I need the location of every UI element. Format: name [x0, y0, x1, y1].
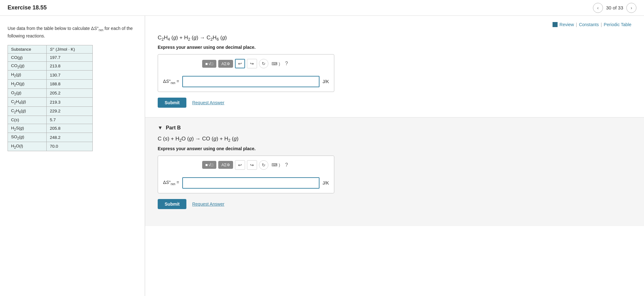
table-row: C(s)5.7	[8, 116, 93, 124]
part-b-symbol-btn[interactable]: ΑΣΦ	[218, 161, 233, 169]
part-b-instruction: Express your answer using one decimal pl…	[158, 146, 631, 151]
part-a-toolbar: ■ √□ ΑΣΦ ↩ ↪ ↻ ⌨ ) ?	[163, 59, 329, 71]
table-row: C2H4(g)219.3	[8, 98, 93, 107]
part-a-redo-btn[interactable]: ↪	[247, 59, 257, 68]
part-a-unit: J/K	[323, 79, 329, 84]
exercise-title: Exercise 18.55	[8, 4, 47, 11]
part-b-request-answer-link[interactable]: Request Answer	[192, 202, 224, 207]
table-cell-value: 188.8	[46, 79, 92, 88]
part-b-input-row: ΔS°rxn = J/K	[163, 177, 329, 189]
part-b-delta-label: ΔS°rxn =	[163, 180, 179, 186]
part-a-answer-box: ■ √□ ΑΣΦ ↩ ↪ ↻ ⌨ ) ? ΔS°rxn = J/K	[158, 54, 334, 92]
part-a-help-btn[interactable]: ?	[283, 60, 290, 67]
part-b-redo-btn[interactable]: ↪	[247, 160, 257, 170]
table-cell-value: 229.2	[46, 106, 92, 116]
part-b-label: Part B	[166, 125, 181, 131]
table-cell-value: 197.7	[46, 53, 92, 61]
table-cell-value: 213.8	[46, 61, 92, 71]
table-cell-substance: H2(g)	[8, 71, 47, 80]
part-b-answer-box: ■ √□ ΑΣΦ ↩ ↪ ↻ ⌨ ) ? ΔS°rxn = J/K	[158, 156, 334, 193]
right-panel: Review | Constants | Periodic Table C2H4…	[145, 16, 644, 296]
part-b-submit-row: Submit Request Answer	[158, 199, 631, 209]
table-row: H2(g)130.7	[8, 71, 93, 80]
part-b-refresh-btn[interactable]: ↻	[259, 160, 268, 170]
col-substance-header: Substance	[8, 45, 47, 53]
part-a-request-answer-link[interactable]: Request Answer	[192, 100, 224, 105]
part-b-help-btn[interactable]: ?	[283, 162, 290, 168]
left-panel: Use data from the table below to calcula…	[0, 16, 145, 296]
table-row: H2O(g)188.8	[8, 79, 93, 88]
part-a-template-btn[interactable]: ■ √□	[202, 60, 216, 68]
part-b-keyboard-btn[interactable]: ⌨ )	[270, 161, 281, 168]
data-table: Substance S° (J/mol · K) CO(g)197.7CO2(g…	[8, 45, 93, 151]
part-a-submit-button[interactable]: Submit	[158, 98, 186, 108]
part-a-undo-btn[interactable]: ↩	[235, 59, 245, 68]
next-button[interactable]: ›	[626, 3, 636, 13]
table-row: SO2(g)248.2	[8, 133, 93, 142]
table-cell-substance: C(s)	[8, 116, 47, 124]
table-cell-value: 70.0	[46, 142, 92, 151]
constants-link[interactable]: Constants	[579, 22, 599, 27]
part-a-submit-row: Submit Request Answer	[158, 98, 631, 108]
table-cell-value: 248.2	[46, 133, 92, 142]
part-b-answer-input[interactable]	[182, 177, 319, 189]
part-b-header: ▼ Part B	[158, 125, 631, 131]
table-cell-substance: CO(g)	[8, 53, 47, 61]
nav-controls: ‹ 30 of 33 ›	[593, 3, 636, 13]
periodic-table-link[interactable]: Periodic Table	[604, 22, 631, 27]
part-a-equation: C2H4 (g) + H2 (g) → C2H6 (g)	[158, 35, 631, 42]
table-row: H2S(g)205.8	[8, 124, 93, 133]
table-cell-substance: C2H6(g)	[8, 106, 47, 116]
table-cell-substance: H2O(g)	[8, 79, 47, 88]
part-b-collapse-arrow[interactable]: ▼	[158, 125, 163, 131]
left-panel-description: Use data from the table below to calcula…	[8, 25, 137, 39]
part-a-input-row: ΔS°rxn = J/K	[163, 76, 329, 87]
table-cell-value: 205.2	[46, 88, 92, 98]
table-cell-substance: C2H4(g)	[8, 98, 47, 107]
table-cell-value: 130.7	[46, 71, 92, 80]
prev-button[interactable]: ‹	[593, 3, 603, 13]
table-cell-substance: CO2(g)	[8, 61, 47, 71]
review-icon	[553, 22, 558, 27]
table-cell-substance: SO2(g)	[8, 133, 47, 142]
nav-counter: 30 of 33	[606, 5, 623, 10]
part-a-delta-label: ΔS°rxn =	[163, 79, 179, 85]
table-cell-substance: H2S(g)	[8, 124, 47, 133]
part-a-symbol-btn[interactable]: ΑΣΦ	[218, 60, 233, 68]
table-cell-substance: O2(g)	[8, 88, 47, 98]
part-b-submit-button[interactable]: Submit	[158, 199, 186, 209]
table-row: CO(g)197.7	[8, 53, 93, 61]
part-b-unit: J/K	[323, 180, 329, 185]
part-b-template-btn[interactable]: ■ √□	[202, 161, 216, 169]
template-icon: ■	[205, 61, 208, 66]
table-row: C2H6(g)229.2	[8, 106, 93, 116]
col-entropy-header: S° (J/mol · K)	[46, 45, 92, 53]
table-row: CO2(g)213.8	[8, 61, 93, 71]
part-a-keyboard-btn[interactable]: ⌨ )	[270, 60, 281, 67]
header: Exercise 18.55 ‹ 30 of 33 ›	[0, 0, 644, 16]
table-cell-value: 205.8	[46, 124, 92, 133]
part-a-refresh-btn[interactable]: ↻	[259, 59, 268, 68]
part-b-toolbar: ■ √□ ΑΣΦ ↩ ↪ ↻ ⌨ ) ?	[163, 160, 329, 173]
toolbar-links: Review | Constants | Periodic Table	[158, 22, 631, 27]
table-cell-value: 5.7	[46, 116, 92, 124]
part-a-answer-input[interactable]	[182, 76, 319, 87]
part-b-equation: C (s) + H2O (g) → CO (g) + H2 (g)	[158, 136, 631, 143]
table-row: H2O(l)70.0	[8, 142, 93, 151]
template-icon-b: ■	[205, 162, 208, 167]
table-cell-value: 219.3	[46, 98, 92, 107]
part-b-section: ▼ Part B C (s) + H2O (g) → CO (g) + H2 (…	[145, 117, 644, 226]
review-link[interactable]: Review	[559, 22, 574, 27]
table-cell-substance: H2O(l)	[8, 142, 47, 151]
part-a-instruction: Express your answer using one decimal pl…	[158, 45, 631, 50]
main-layout: Use data from the table below to calcula…	[0, 16, 644, 296]
part-b-undo-btn[interactable]: ↩	[235, 160, 245, 170]
table-row: O2(g)205.2	[8, 88, 93, 98]
